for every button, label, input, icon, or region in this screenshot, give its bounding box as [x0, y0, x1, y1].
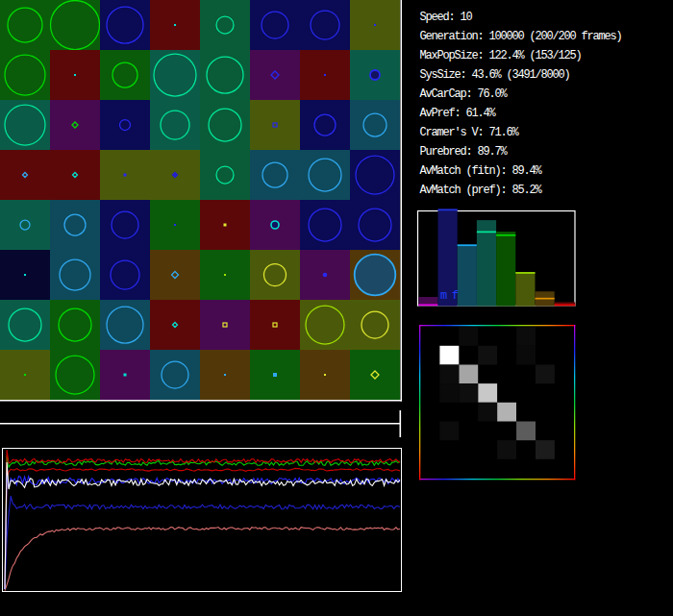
svg-text:Generation: 100000 (200/200 fr: Generation: 100000 (200/200 frames) — [419, 30, 621, 43]
svg-text:AvMatch (fitn): 89.4%: AvMatch (fitn): 89.4% — [419, 164, 542, 178]
svg-text:AvPref: 61.4%: AvPref: 61.4% — [419, 107, 496, 120]
svg-text:SysSize: 43.6% (3491/8000): SysSize: 43.6% (3491/8000) — [419, 68, 569, 82]
svg-text:m f: m f — [440, 289, 459, 303]
svg-text:Cramer's V: 71.6%: Cramer's V: 71.6% — [419, 126, 519, 139]
svg-text:Purebred: 89.7%: Purebred: 89.7% — [419, 145, 508, 159]
svg-text:AvMatch (pref): 85.2%: AvMatch (pref): 85.2% — [419, 184, 542, 197]
svg-text:AvCarCap: 76.0%: AvCarCap: 76.0% — [419, 87, 508, 101]
svg-text:MaxPopSize: 122.4% (153/125): MaxPopSize: 122.4% (153/125) — [419, 49, 581, 62]
svg-text:Speed: 10: Speed: 10 — [419, 11, 472, 24]
